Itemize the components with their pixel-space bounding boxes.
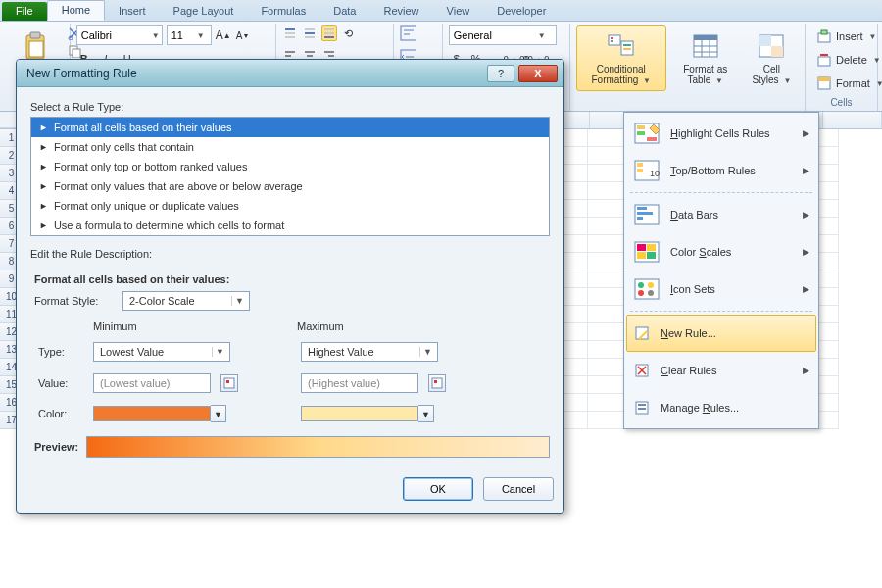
min-type-select[interactable]: Lowest Value▼ — [93, 342, 230, 362]
svg-rect-11 — [285, 36, 295, 38]
max-range-picker-button[interactable] — [428, 374, 446, 392]
tab-developer[interactable]: Developer — [483, 2, 560, 21]
font-name-select[interactable]: ▼ — [76, 25, 163, 45]
svg-rect-36 — [694, 35, 717, 40]
select-rule-type-label: Select a Rule Type: — [30, 101, 550, 113]
min-value-input[interactable]: (Lowest value) — [93, 373, 211, 393]
insert-cells-button[interactable]: Insert▼ — [811, 25, 881, 47]
svg-text:10: 10 — [650, 169, 660, 178]
tab-page-layout[interactable]: Page Layout — [160, 2, 248, 21]
svg-rect-13 — [305, 32, 315, 34]
conditional-formatting-icon — [606, 30, 637, 62]
align-top-icon[interactable] — [282, 25, 298, 41]
cells-group-label: Cells — [811, 95, 871, 111]
increase-font-icon[interactable]: A▲ — [216, 27, 231, 43]
align-bottom-icon[interactable] — [321, 25, 337, 41]
menu-highlight-cells-rules[interactable]: HHighlight Cells Rulesighlight Cells Rul… — [626, 115, 816, 152]
svg-rect-31 — [611, 40, 613, 42]
format-as-table-button[interactable]: Format as Table ▼ — [670, 25, 741, 91]
svg-rect-1 — [30, 32, 40, 38]
svg-rect-79 — [434, 380, 437, 383]
wrap-text-icon[interactable] — [400, 25, 416, 41]
format-cells-button[interactable]: Format▼ — [811, 73, 882, 94]
dialog-help-button[interactable]: ? — [487, 65, 514, 82]
svg-rect-22 — [307, 55, 313, 57]
ribbon-tab-row: File Home Insert Page Layout Formulas Da… — [0, 0, 882, 22]
number-format-select[interactable]: ▼ — [449, 25, 557, 45]
cell-styles-button[interactable]: Cell Styles ▼ — [745, 25, 799, 91]
max-color-select[interactable]: ▼ — [301, 405, 434, 422]
file-tab[interactable]: File — [2, 2, 47, 21]
svg-rect-51 — [637, 131, 645, 135]
dialog-titlebar[interactable]: New Formatting Rule ? X — [17, 60, 564, 87]
conditional-formatting-button[interactable]: Conditional Formatting ▼ — [576, 25, 666, 91]
svg-point-67 — [638, 282, 644, 288]
format-as-table-label: Format as Table ▼ — [677, 64, 734, 86]
color-scales-icon — [633, 240, 661, 264]
align-middle-icon[interactable] — [302, 25, 318, 41]
menu-color-scales[interactable]: Color Scales ▶ — [626, 233, 816, 270]
svg-rect-24 — [324, 51, 334, 53]
svg-rect-30 — [611, 37, 613, 39]
rule-type-item[interactable]: ►Format only cells that contain — [31, 137, 549, 157]
svg-rect-59 — [637, 212, 653, 215]
maximum-header: Maximum — [297, 320, 446, 332]
rule-type-item[interactable]: ►Use a formula to determine which cells … — [31, 216, 549, 235]
tab-data[interactable]: Data — [319, 2, 369, 21]
conditional-formatting-label: Conditional Formatting ▼ — [583, 64, 660, 86]
tab-view[interactable]: View — [433, 2, 484, 21]
tab-review[interactable]: Review — [369, 2, 432, 21]
svg-point-70 — [648, 290, 654, 296]
rule-type-item[interactable]: ►Format only top or bottom ranked values — [31, 157, 549, 176]
rule-type-item[interactable]: ►Format all cells based on their values — [31, 118, 549, 137]
svg-rect-54 — [637, 163, 643, 167]
ok-button[interactable]: OK — [403, 477, 473, 501]
conditional-formatting-menu: HHighlight Cells Rulesighlight Cells Rul… — [623, 112, 819, 429]
orientation-icon[interactable]: ⟲ — [341, 25, 357, 41]
svg-rect-43 — [771, 46, 783, 57]
tab-insert[interactable]: Insert — [105, 2, 160, 21]
svg-rect-21 — [305, 51, 315, 53]
dialog-close-button[interactable]: X — [518, 65, 558, 82]
font-size-select[interactable]: ▼ — [167, 25, 212, 45]
tab-home[interactable]: Home — [47, 0, 105, 21]
svg-rect-19 — [285, 55, 291, 57]
preview-gradient — [86, 436, 550, 458]
menu-manage-rules[interactable]: Manage Rules... — [626, 389, 816, 426]
dialog-title: New Formatting Rule — [26, 67, 137, 80]
max-type-select[interactable]: Highest Value▼ — [301, 342, 438, 362]
cancel-button[interactable]: Cancel — [483, 477, 554, 501]
svg-rect-55 — [637, 169, 643, 172]
clipboard-icon — [21, 30, 52, 62]
menu-top-bottom-rules[interactable]: 10 Top/Bottom Rules ▶ — [626, 152, 816, 189]
value-label: Value: — [38, 377, 87, 389]
svg-rect-52 — [647, 137, 657, 141]
rule-type-item[interactable]: ►Format only values that are above or be… — [31, 176, 549, 196]
format-style-select[interactable]: 2-Color Scale▼ — [122, 291, 250, 311]
menu-icon-sets[interactable]: Icon Sets ▶ — [626, 270, 816, 308]
svg-rect-62 — [637, 244, 646, 251]
rule-type-item[interactable]: ►Format only unique or duplicate values — [31, 196, 549, 216]
svg-rect-27 — [401, 26, 416, 40]
menu-data-bars[interactable]: Data Bars ▶ — [626, 196, 816, 233]
min-range-picker-button[interactable] — [220, 374, 238, 392]
svg-rect-34 — [623, 48, 631, 50]
format-style-label: Format Style: — [34, 295, 117, 307]
svg-rect-12 — [305, 28, 315, 30]
svg-rect-77 — [226, 380, 229, 383]
max-value-input[interactable]: (Highest value) — [301, 373, 418, 393]
decrease-font-icon[interactable]: A▼ — [235, 27, 251, 43]
chevron-right-icon: ▶ — [803, 284, 809, 294]
delete-cells-button[interactable]: Delete▼ — [811, 49, 882, 71]
preview-label: Preview: — [34, 441, 78, 453]
min-color-select[interactable]: ▼ — [93, 405, 226, 422]
tab-formulas[interactable]: Formulas — [247, 2, 319, 21]
svg-rect-65 — [647, 252, 656, 259]
svg-rect-17 — [324, 36, 334, 38]
menu-clear-rules[interactable]: Clear Rules ▶ — [626, 352, 816, 389]
menu-new-rule[interactable]: New Rule... — [626, 315, 816, 352]
highlight-cells-icon — [633, 122, 661, 145]
svg-rect-9 — [285, 28, 295, 30]
rule-type-list: ►Format all cells based on their values … — [30, 117, 550, 236]
icon-sets-icon — [633, 277, 661, 301]
